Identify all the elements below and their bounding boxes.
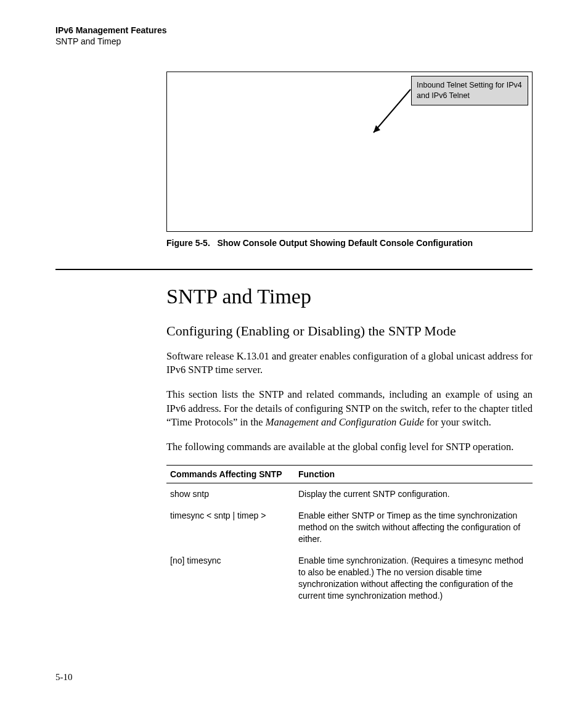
table-cell-func: Display the current SNTP configuration. <box>298 483 533 505</box>
figure-caption: Figure 5-5. Show Console Output Showing … <box>166 238 533 248</box>
page-number: 5-10 <box>55 672 73 683</box>
header-chapter: IPv6 Management Features <box>55 25 533 36</box>
commands-table: Commands Affecting SNTP Function show sn… <box>166 465 533 606</box>
arrow-icon <box>358 78 432 152</box>
svg-line-0 <box>374 89 410 133</box>
table-row: [no] timesync Enable time synchronizatio… <box>166 550 533 607</box>
table-cell-cmd: [no] timesync <box>166 550 298 607</box>
table-row: show sntp Display the current SNTP confi… <box>166 483 533 505</box>
figure-block: Inbound Telnet Setting for IPv4 and IPv6… <box>166 72 533 248</box>
sub-heading: Configuring (Enabling or Disabling) the … <box>166 323 533 339</box>
table-cell-cmd: show sntp <box>166 483 298 505</box>
table-cell-cmd: timesync < sntp | timep > <box>166 505 298 550</box>
table-row: timesync < sntp | timep > Enable either … <box>166 505 533 550</box>
table-header-function: Function <box>298 466 533 483</box>
body-paragraph-3: The following commands are available at … <box>166 440 533 454</box>
running-header: IPv6 Management Features SNTP and Timep <box>55 25 533 47</box>
table-cell-func: Enable either SNTP or Timep as the time … <box>298 505 533 550</box>
figure-caption-label: Figure 5-5. <box>166 238 210 248</box>
section-heading: SNTP and Timep <box>166 285 533 308</box>
table-cell-func: Enable time synchronization. (Requires a… <box>298 550 533 607</box>
header-section: SNTP and Timep <box>55 36 533 47</box>
figure-caption-text: Show Console Output Showing Default Cons… <box>217 238 473 248</box>
section-divider <box>55 269 533 270</box>
table-header-commands: Commands Affecting SNTP <box>166 466 298 483</box>
body-paragraph-2: This section lists the SNTP and related … <box>166 388 533 429</box>
figure-frame: Inbound Telnet Setting for IPv4 and IPv6… <box>166 72 533 232</box>
body-paragraph-1: Software release K.13.01 and greater ena… <box>166 350 533 377</box>
